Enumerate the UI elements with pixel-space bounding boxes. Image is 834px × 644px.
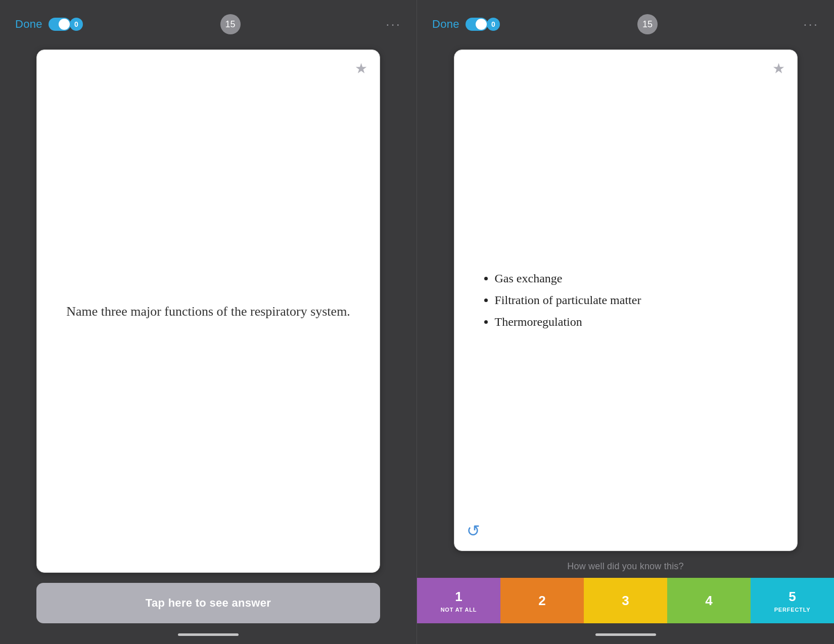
right-toggle[interactable] [466, 18, 488, 31]
left-card-question: Name three major functions of the respir… [46, 281, 370, 341]
right-card-container: ★ Gas exchange Filtration of particulate… [454, 49, 798, 551]
right-star-icon[interactable]: ★ [772, 60, 785, 77]
right-dots-button[interactable]: ··· [803, 17, 819, 32]
left-home-indicator [178, 633, 239, 636]
rating-button-3[interactable]: 3 [584, 578, 667, 623]
left-header: Done 0 15 ··· [0, 0, 416, 44]
left-toggle-area: 0 [49, 18, 83, 31]
left-star-icon[interactable]: ★ [355, 60, 367, 77]
right-done-button[interactable]: Done [432, 18, 459, 31]
right-toggle-count: 0 [487, 18, 500, 31]
rating-number-2: 2 [538, 593, 545, 609]
tap-here-label: Tap here to see answer [146, 597, 271, 610]
rating-question: How well did you know this? [567, 561, 684, 572]
left-header-center: 15 [83, 14, 378, 34]
right-progress-badge: 15 [637, 14, 658, 34]
tap-here-button[interactable]: Tap here to see answer [36, 583, 380, 623]
left-screen: Done 0 15 ··· ★ Name three major functio… [0, 0, 417, 644]
right-toggle-area: 0 [466, 18, 500, 31]
rating-number-3: 3 [622, 593, 629, 609]
right-header: Done 0 15 ··· [417, 0, 834, 44]
rating-label-5: PERFECTLY [774, 607, 811, 613]
left-toggle-knob [59, 19, 70, 30]
rating-button-5[interactable]: 5 PERFECTLY [751, 578, 834, 623]
right-home-indicator [595, 633, 656, 636]
right-card-answer: Gas exchange Filtration of particulate m… [454, 247, 797, 354]
answer-item-3: Thermoregulation [495, 311, 772, 333]
rating-button-1[interactable]: 1 NOT AT ALL [417, 578, 500, 623]
left-done-button[interactable]: Done [15, 18, 42, 31]
left-progress-badge: 15 [220, 14, 241, 34]
left-toggle[interactable] [49, 18, 71, 31]
right-screen: Done 0 15 ··· ★ Gas exchange Filtration … [417, 0, 834, 644]
replay-icon[interactable]: ↺ [467, 521, 480, 540]
rating-button-2[interactable]: 2 [500, 578, 584, 623]
right-header-center: 15 [500, 14, 796, 34]
rating-area: How well did you know this? 1 NOT AT ALL… [417, 561, 834, 623]
screens-container: Done 0 15 ··· ★ Name three major functio… [0, 0, 834, 644]
answer-item-2: Filtration of particulate matter [495, 289, 772, 311]
left-toggle-count: 0 [70, 18, 83, 31]
rating-number-4: 4 [705, 593, 712, 609]
rating-label-1: NOT AT ALL [441, 607, 477, 613]
right-card: ★ Gas exchange Filtration of particulate… [454, 49, 798, 551]
left-card[interactable]: ★ Name three major functions of the resp… [36, 49, 380, 573]
rating-number-1: 1 [455, 589, 462, 605]
answer-item-1: Gas exchange [495, 268, 772, 289]
answer-list: Gas exchange Filtration of particulate m… [480, 268, 772, 333]
left-dots-button[interactable]: ··· [386, 17, 401, 32]
left-card-container: ★ Name three major functions of the resp… [36, 49, 380, 573]
right-toggle-knob [476, 19, 487, 30]
rating-buttons: 1 NOT AT ALL 2 3 4 5 PERFECTLY [417, 578, 834, 623]
rating-button-4[interactable]: 4 [667, 578, 751, 623]
rating-number-5: 5 [789, 589, 796, 605]
